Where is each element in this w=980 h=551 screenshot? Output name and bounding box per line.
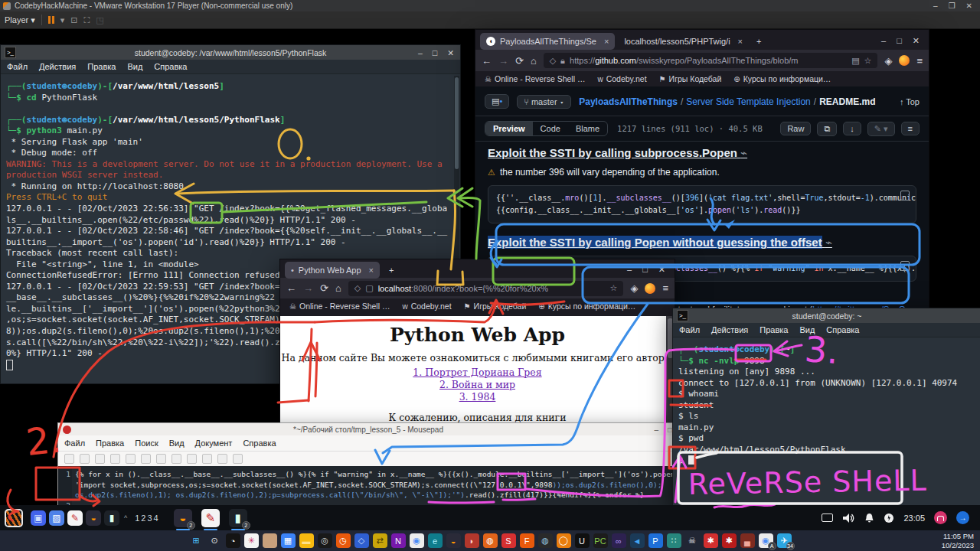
bookmark-games[interactable]: ⚑Игры Кодебай — [464, 302, 527, 311]
bookmark-online-reverse-shell[interactable]: ☠Online - Reverse Shell … — [485, 74, 585, 83]
outline-icon[interactable]: ≡ — [901, 122, 920, 135]
ninja-icon[interactable]: ☠ — [685, 533, 700, 548]
save-icon[interactable] — [95, 454, 105, 464]
new-tab-button[interactable]: + — [756, 37, 761, 46]
mousepad-window-icon[interactable]: ✎ — [201, 509, 220, 527]
terminal-window-netcat[interactable]: >_ student@codeby: ~ Файл Действия Правк… — [672, 308, 980, 507]
maximize-button[interactable]: □ — [642, 265, 648, 275]
player-menu[interactable]: Player ▾ — [5, 15, 35, 25]
menu-actions[interactable]: Действия — [39, 62, 76, 71]
p-app-icon[interactable]: P — [648, 533, 663, 548]
shield-icon[interactable]: ◇ — [550, 56, 556, 66]
tab-close-icon[interactable]: × — [738, 37, 743, 46]
chrome-profile-icon[interactable]: ◉A — [759, 533, 773, 548]
fl-studio-icon[interactable]: ◍ — [483, 533, 498, 548]
maximize-button[interactable]: □ — [668, 425, 672, 434]
mousepad-window[interactable]: *~/Рабочий стол/tmp_lesson_5 - Mousepad … — [57, 422, 679, 507]
workspace-pager[interactable]: 1234 — [135, 514, 159, 523]
forward-icon[interactable]: → — [498, 55, 508, 67]
red-gear-icon[interactable]: ✱ — [704, 533, 718, 548]
menu-document[interactable]: Документ — [195, 439, 233, 448]
view-switcher[interactable]: Preview Code Blame — [485, 121, 608, 136]
edge-icon[interactable]: e — [428, 533, 443, 548]
search-icon[interactable]: ⊙ — [207, 533, 222, 548]
clock-app-icon[interactable]: ◷ — [336, 533, 351, 548]
minimize-button[interactable]: – — [627, 265, 632, 275]
branch-selector[interactable]: ⑂ master ▾ — [517, 95, 571, 109]
menu-file[interactable]: Файл — [679, 325, 700, 334]
copy-raw-icon[interactable]: ⧉ — [817, 122, 837, 136]
firefox-window-pyapp[interactable]: • Python Web App× + – □ ✕ ← → ⟳ ⌂ ◇ ▢ lo… — [279, 259, 675, 432]
speedtest-icon[interactable]: ◔ — [226, 533, 240, 548]
pocket-icon[interactable]: ◈ — [630, 282, 638, 294]
reader-view-icon[interactable]: ▤ — [851, 56, 859, 66]
home-icon[interactable]: ⌂ — [335, 282, 341, 294]
vmware-maximize-button[interactable]: ❐ — [949, 2, 956, 10]
menu-help[interactable]: Справка — [154, 62, 187, 71]
onenote-icon[interactable]: N — [391, 533, 406, 548]
vmware-close-button[interactable]: ✕ — [966, 2, 972, 10]
paste-icon[interactable] — [202, 454, 212, 464]
shield-icon[interactable]: ◇ — [354, 283, 361, 293]
red-gear2-icon[interactable]: ✱ — [722, 533, 737, 548]
power-manager-icon[interactable] — [884, 513, 894, 523]
menu-edit[interactable]: Правка — [96, 439, 124, 448]
pause-dropdown[interactable]: ▾ — [60, 15, 65, 25]
reload-icon[interactable]: ⟳ — [515, 55, 524, 67]
download-icon[interactable]: ↓ — [843, 122, 861, 135]
menu-hamburger-icon[interactable]: ≡ — [662, 282, 668, 294]
start-button[interactable]: ⊞ — [189, 533, 204, 548]
redo-icon[interactable] — [156, 454, 166, 464]
firefox-icon[interactable]: ◒ — [86, 510, 101, 526]
network-tool-icon[interactable]: ⇄ — [373, 533, 387, 548]
maximize-button[interactable]: □ — [897, 36, 902, 46]
photos-icon[interactable] — [263, 533, 277, 548]
updates-icon[interactable]: → — [956, 511, 969, 524]
pycharm-icon[interactable]: PC — [593, 533, 608, 548]
bookmark-star-icon[interactable]: ☆ — [864, 56, 872, 66]
save-as-icon[interactable] — [110, 454, 120, 464]
fullscreen-icon[interactable]: ⛶ — [84, 15, 90, 25]
breadcrumb-repo[interactable]: PayloadsAllTheThings — [579, 96, 678, 107]
obsidian-icon[interactable]: ◎ — [318, 533, 332, 548]
payload-text[interactable]: {% for x in ().__class__.__base__.__subc… — [58, 466, 678, 500]
bookmark-star-icon[interactable]: ☆ — [610, 283, 618, 293]
close-doc-icon[interactable] — [126, 454, 136, 464]
menu-view[interactable]: Вид — [169, 439, 185, 448]
sidebar-toggle-icon[interactable]: ▤• — [485, 94, 509, 109]
copy-icon[interactable] — [900, 261, 910, 271]
slack-icon[interactable]: ✳ — [244, 533, 259, 548]
tab-payloadsallthethings[interactable]: ◖ PayloadsAllTheThings/Se× — [480, 33, 615, 50]
firefox-icon[interactable]: ◒ — [446, 533, 461, 548]
book-link-2[interactable]: 2. Война и мир — [280, 379, 675, 390]
visual-studio-icon[interactable]: ∞ — [612, 533, 626, 548]
menu-view[interactable]: Вид — [799, 325, 815, 334]
menu-hamburger-icon[interactable]: ≡ — [916, 55, 923, 67]
menu-file[interactable]: Файл — [7, 62, 28, 71]
terminal-window-icon[interactable]: ▮2 — [229, 509, 247, 527]
breadcrumb-dir[interactable]: Server Side Template Injection — [686, 96, 811, 107]
mousepad-icon[interactable]: ✎ — [67, 510, 83, 526]
firefox-window-icon[interactable]: ◒2 — [174, 509, 192, 527]
windows-clock[interactable]: 11:05 PM 10/2/2023 — [942, 532, 974, 549]
volume-icon[interactable] — [842, 513, 855, 523]
bookmark-codeby[interactable]: ᴡCodeby.net — [597, 74, 646, 83]
app-launcher-icon[interactable]: ▣ — [31, 510, 46, 526]
top-button[interactable]: ↑ Top — [900, 97, 920, 106]
tab-code[interactable]: Code — [533, 122, 568, 135]
undo-icon[interactable] — [141, 454, 151, 464]
menu-help[interactable]: Справка — [826, 325, 859, 334]
open-icon[interactable] — [80, 454, 90, 464]
tab-localhost-phptwig[interactable]: localhost/lesson5/PHPTwig/i× — [618, 33, 749, 50]
find-icon[interactable] — [217, 454, 227, 464]
dev-tool-icon[interactable]: ∷ — [667, 533, 681, 548]
copy-icon[interactable] — [187, 454, 197, 464]
terminal-icon[interactable]: ▮ — [104, 510, 119, 526]
cut-icon[interactable] — [172, 454, 181, 464]
new-icon[interactable] — [64, 454, 74, 464]
minimize-button[interactable]: – — [654, 425, 658, 434]
bookmark-courses[interactable]: ⊕Курсы по информаци… — [733, 74, 831, 83]
url-bar[interactable]: ◇ ▢ localhost:8080/index?book={%%20for%2… — [348, 281, 624, 296]
raw-button[interactable]: Raw — [780, 122, 811, 135]
menu-edit[interactable]: Правка — [87, 62, 116, 71]
